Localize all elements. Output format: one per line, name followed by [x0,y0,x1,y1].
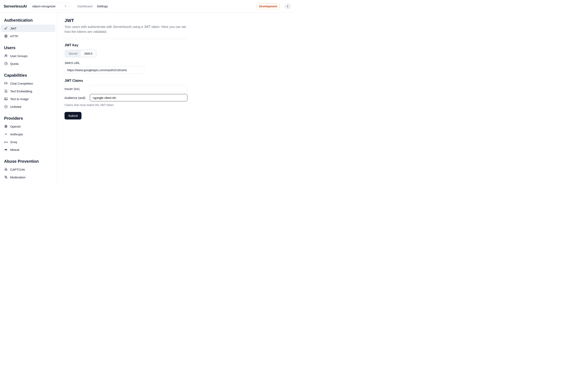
sidebar-item-unlisted[interactable]: Unlisted [1,103,55,110]
jwks-url-input[interactable] [65,66,144,74]
brand-logo: ServerlessAI [4,4,27,8]
sidebar-item-http[interactable]: HTTP [1,33,55,40]
sidebar-item-captcha[interactable]: CAPTCHA [1,166,55,173]
audience-input[interactable] [90,94,187,101]
sidebar-item-label: Anthropic [10,133,23,136]
jwt-claims-heading: JWT Claims [65,79,287,83]
issuer-input[interactable] [90,85,187,92]
sidebar-section-abuse-prevention: Abuse Prevention [1,157,55,165]
sidebar-item-moderation[interactable]: Moderation [1,174,55,181]
project-selector-value: object-recognizer [32,4,56,8]
claims-hint: Claims that must match the JWT token. [65,103,287,107]
sidebar-item-label: Groq [10,140,17,144]
sidebar-item-chat-completion[interactable]: Chat Completion [1,80,55,87]
sidebar-item-label: HTTP [10,34,18,38]
chevron-up-down-icon [64,4,67,8]
claim-row-issuer: Issuer (iss) [65,85,287,92]
top-nav: Dashboard Settings [77,4,108,8]
pie-chart-icon [4,62,8,66]
page-title: JWT [65,18,287,23]
sidebar-item-quota[interactable]: Quota [1,60,55,67]
sidebar-item-label: JWT [10,27,17,30]
sidebar-item-label: Text to Image [10,97,29,101]
audience-label: Audience (aud) [65,96,86,100]
sidebar-section-capabilities: Capabilities [1,71,55,79]
jwks-url-label: JWKS URL [65,61,287,65]
minus-circle-icon [4,105,8,108]
tab-secret[interactable]: Secret [65,50,81,57]
sidebar-item-openai[interactable]: OpenAI [1,123,55,130]
globe-icon [4,34,8,38]
svg-rect-5 [4,98,7,100]
sidebar-section-providers: Providers [1,114,55,122]
users-icon [4,54,8,58]
bell-off-icon [4,175,8,179]
sidebar-item-label: Chat Completion [10,82,33,85]
bot-icon [4,167,8,171]
sidebar-item-user-groups[interactable]: User Groups [1,52,55,59]
key-icon [4,26,8,30]
sidebar-section-users: Users [1,44,55,52]
nav-settings[interactable]: Settings [97,4,108,8]
claim-row-audience: Audience (aud) [65,94,287,101]
sidebar-item-label: Mistral [10,148,19,151]
svg-point-10 [5,169,6,170]
sidebar-item-label: OpenAI [10,125,21,128]
sidebar-item-text-to-image[interactable]: Text to Image [1,95,55,103]
sidebar-item-jwt[interactable]: JWT [1,25,55,32]
environment-badge[interactable]: Development [256,3,280,9]
file-arrow-icon [4,89,8,93]
avatar[interactable]: t [285,3,291,9]
nav-dashboard[interactable]: Dashboard [77,4,92,8]
sidebar-item-label: User Groups [10,54,27,58]
sidebar-section-authentication: Authentication [1,16,55,24]
sidebar-item-mistral[interactable]: ▮▮▮ Mistral [1,146,55,153]
svg-point-3 [6,55,7,55]
header: ServerlessAI object-recognizer Dashboard… [0,0,294,13]
sidebar-item-label: Text Embedding [10,90,32,93]
openai-icon [4,125,8,128]
main-content: JWT Your users with authenticate with Se… [57,13,294,184]
project-selector[interactable]: object-recognizer [30,3,70,10]
sidebar-item-anthropic[interactable]: A\ Anthropic [1,131,55,138]
sidebar: Authentication JWT HTTP Users User Group… [0,13,57,184]
sidebar-item-text-embedding[interactable]: Text Embedding [1,87,55,95]
image-icon [4,97,8,101]
chat-icon [4,82,8,85]
jwt-key-heading: JWT Key [65,43,287,47]
tab-jwks[interactable]: JWKS [81,50,96,57]
sidebar-item-label: Quota [10,62,18,66]
svg-point-9 [6,168,6,168]
anthropic-icon: A\ [4,132,8,136]
sidebar-item-label: Unlisted [10,105,21,108]
sidebar-item-label: CAPTCHA [10,168,25,171]
submit-button[interactable]: Submit [65,112,81,119]
svg-point-2 [5,55,6,56]
mistral-icon: ▮▮▮ [4,148,8,151]
groq-icon: groq [4,140,8,144]
svg-point-11 [6,169,7,170]
sidebar-item-groq[interactable]: groq Groq [1,138,55,146]
jwt-key-tabs: Secret JWKS [65,50,96,58]
issuer-label: Issuer (iss) [65,87,86,91]
svg-point-0 [5,28,6,29]
sidebar-item-label: Moderation [10,175,26,179]
page-description: Your users with authenticate with Server… [65,25,187,34]
